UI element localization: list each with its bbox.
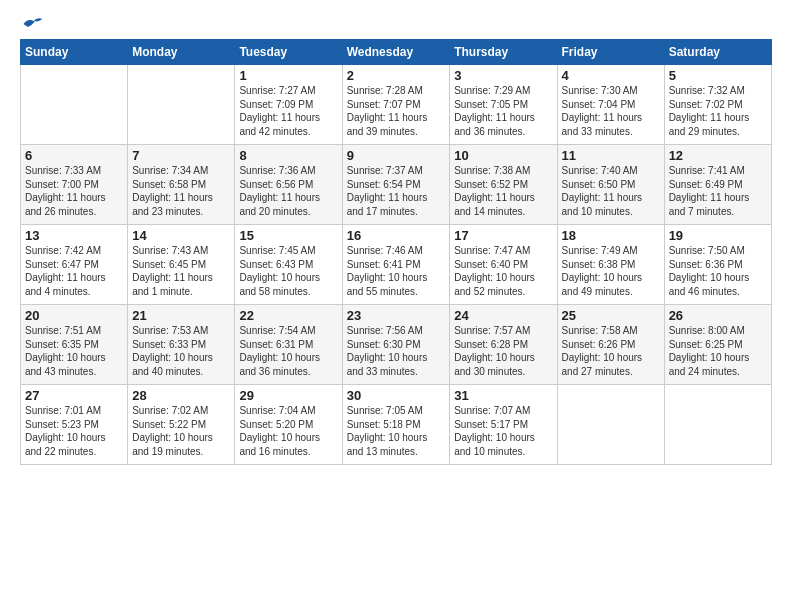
- calendar-cell: 2Sunrise: 7:28 AM Sunset: 7:07 PM Daylig…: [342, 65, 450, 145]
- week-row-2: 6Sunrise: 7:33 AM Sunset: 7:00 PM Daylig…: [21, 145, 772, 225]
- day-number: 18: [562, 228, 660, 243]
- day-info: Sunrise: 7:47 AM Sunset: 6:40 PM Dayligh…: [454, 244, 552, 298]
- day-number: 20: [25, 308, 123, 323]
- day-number: 24: [454, 308, 552, 323]
- day-info: Sunrise: 7:58 AM Sunset: 6:26 PM Dayligh…: [562, 324, 660, 378]
- calendar-cell: 17Sunrise: 7:47 AM Sunset: 6:40 PM Dayli…: [450, 225, 557, 305]
- logo-text: [20, 15, 44, 33]
- calendar-cell: 18Sunrise: 7:49 AM Sunset: 6:38 PM Dayli…: [557, 225, 664, 305]
- calendar-cell: 10Sunrise: 7:38 AM Sunset: 6:52 PM Dayli…: [450, 145, 557, 225]
- calendar-cell: 9Sunrise: 7:37 AM Sunset: 6:54 PM Daylig…: [342, 145, 450, 225]
- day-info: Sunrise: 7:36 AM Sunset: 6:56 PM Dayligh…: [239, 164, 337, 218]
- calendar-cell: 6Sunrise: 7:33 AM Sunset: 7:00 PM Daylig…: [21, 145, 128, 225]
- logo: [20, 15, 44, 29]
- calendar-cell: 19Sunrise: 7:50 AM Sunset: 6:36 PM Dayli…: [664, 225, 771, 305]
- calendar-cell: 1Sunrise: 7:27 AM Sunset: 7:09 PM Daylig…: [235, 65, 342, 145]
- calendar-cell: 22Sunrise: 7:54 AM Sunset: 6:31 PM Dayli…: [235, 305, 342, 385]
- day-number: 8: [239, 148, 337, 163]
- day-info: Sunrise: 7:57 AM Sunset: 6:28 PM Dayligh…: [454, 324, 552, 378]
- day-info: Sunrise: 8:00 AM Sunset: 6:25 PM Dayligh…: [669, 324, 767, 378]
- day-number: 17: [454, 228, 552, 243]
- week-row-3: 13Sunrise: 7:42 AM Sunset: 6:47 PM Dayli…: [21, 225, 772, 305]
- day-info: Sunrise: 7:04 AM Sunset: 5:20 PM Dayligh…: [239, 404, 337, 458]
- day-number: 25: [562, 308, 660, 323]
- day-info: Sunrise: 7:54 AM Sunset: 6:31 PM Dayligh…: [239, 324, 337, 378]
- calendar-cell: 24Sunrise: 7:57 AM Sunset: 6:28 PM Dayli…: [450, 305, 557, 385]
- day-number: 3: [454, 68, 552, 83]
- day-info: Sunrise: 7:46 AM Sunset: 6:41 PM Dayligh…: [347, 244, 446, 298]
- day-info: Sunrise: 7:28 AM Sunset: 7:07 PM Dayligh…: [347, 84, 446, 138]
- calendar-cell: [664, 385, 771, 465]
- day-number: 29: [239, 388, 337, 403]
- day-number: 12: [669, 148, 767, 163]
- weekday-header-friday: Friday: [557, 40, 664, 65]
- calendar-cell: 14Sunrise: 7:43 AM Sunset: 6:45 PM Dayli…: [128, 225, 235, 305]
- day-number: 14: [132, 228, 230, 243]
- calendar-cell: 13Sunrise: 7:42 AM Sunset: 6:47 PM Dayli…: [21, 225, 128, 305]
- calendar-cell: [21, 65, 128, 145]
- day-number: 13: [25, 228, 123, 243]
- weekday-header-saturday: Saturday: [664, 40, 771, 65]
- day-number: 9: [347, 148, 446, 163]
- calendar-cell: 4Sunrise: 7:30 AM Sunset: 7:04 PM Daylig…: [557, 65, 664, 145]
- weekday-header-monday: Monday: [128, 40, 235, 65]
- calendar-cell: 21Sunrise: 7:53 AM Sunset: 6:33 PM Dayli…: [128, 305, 235, 385]
- day-info: Sunrise: 7:02 AM Sunset: 5:22 PM Dayligh…: [132, 404, 230, 458]
- day-info: Sunrise: 7:43 AM Sunset: 6:45 PM Dayligh…: [132, 244, 230, 298]
- day-info: Sunrise: 7:50 AM Sunset: 6:36 PM Dayligh…: [669, 244, 767, 298]
- day-number: 7: [132, 148, 230, 163]
- calendar-cell: 15Sunrise: 7:45 AM Sunset: 6:43 PM Dayli…: [235, 225, 342, 305]
- day-info: Sunrise: 7:41 AM Sunset: 6:49 PM Dayligh…: [669, 164, 767, 218]
- calendar: SundayMondayTuesdayWednesdayThursdayFrid…: [20, 39, 772, 465]
- weekday-header-sunday: Sunday: [21, 40, 128, 65]
- day-info: Sunrise: 7:27 AM Sunset: 7:09 PM Dayligh…: [239, 84, 337, 138]
- calendar-cell: 11Sunrise: 7:40 AM Sunset: 6:50 PM Dayli…: [557, 145, 664, 225]
- day-info: Sunrise: 7:32 AM Sunset: 7:02 PM Dayligh…: [669, 84, 767, 138]
- calendar-cell: 16Sunrise: 7:46 AM Sunset: 6:41 PM Dayli…: [342, 225, 450, 305]
- calendar-cell: 20Sunrise: 7:51 AM Sunset: 6:35 PM Dayli…: [21, 305, 128, 385]
- day-number: 23: [347, 308, 446, 323]
- weekday-header-wednesday: Wednesday: [342, 40, 450, 65]
- day-info: Sunrise: 7:33 AM Sunset: 7:00 PM Dayligh…: [25, 164, 123, 218]
- day-info: Sunrise: 7:37 AM Sunset: 6:54 PM Dayligh…: [347, 164, 446, 218]
- day-number: 1: [239, 68, 337, 83]
- calendar-cell: 30Sunrise: 7:05 AM Sunset: 5:18 PM Dayli…: [342, 385, 450, 465]
- day-number: 16: [347, 228, 446, 243]
- day-info: Sunrise: 7:30 AM Sunset: 7:04 PM Dayligh…: [562, 84, 660, 138]
- day-info: Sunrise: 7:29 AM Sunset: 7:05 PM Dayligh…: [454, 84, 552, 138]
- day-info: Sunrise: 7:51 AM Sunset: 6:35 PM Dayligh…: [25, 324, 123, 378]
- week-row-5: 27Sunrise: 7:01 AM Sunset: 5:23 PM Dayli…: [21, 385, 772, 465]
- day-number: 22: [239, 308, 337, 323]
- weekday-header-tuesday: Tuesday: [235, 40, 342, 65]
- calendar-cell: 26Sunrise: 8:00 AM Sunset: 6:25 PM Dayli…: [664, 305, 771, 385]
- day-number: 27: [25, 388, 123, 403]
- calendar-cell: 7Sunrise: 7:34 AM Sunset: 6:58 PM Daylig…: [128, 145, 235, 225]
- day-number: 21: [132, 308, 230, 323]
- day-number: 11: [562, 148, 660, 163]
- day-info: Sunrise: 7:07 AM Sunset: 5:17 PM Dayligh…: [454, 404, 552, 458]
- calendar-cell: [557, 385, 664, 465]
- calendar-cell: 8Sunrise: 7:36 AM Sunset: 6:56 PM Daylig…: [235, 145, 342, 225]
- weekday-header-thursday: Thursday: [450, 40, 557, 65]
- day-number: 4: [562, 68, 660, 83]
- logo-bird-icon: [22, 15, 44, 33]
- calendar-cell: 28Sunrise: 7:02 AM Sunset: 5:22 PM Dayli…: [128, 385, 235, 465]
- day-info: Sunrise: 7:34 AM Sunset: 6:58 PM Dayligh…: [132, 164, 230, 218]
- day-info: Sunrise: 7:56 AM Sunset: 6:30 PM Dayligh…: [347, 324, 446, 378]
- day-number: 5: [669, 68, 767, 83]
- day-info: Sunrise: 7:53 AM Sunset: 6:33 PM Dayligh…: [132, 324, 230, 378]
- calendar-cell: 29Sunrise: 7:04 AM Sunset: 5:20 PM Dayli…: [235, 385, 342, 465]
- day-info: Sunrise: 7:40 AM Sunset: 6:50 PM Dayligh…: [562, 164, 660, 218]
- calendar-cell: 23Sunrise: 7:56 AM Sunset: 6:30 PM Dayli…: [342, 305, 450, 385]
- day-info: Sunrise: 7:45 AM Sunset: 6:43 PM Dayligh…: [239, 244, 337, 298]
- day-number: 28: [132, 388, 230, 403]
- day-number: 15: [239, 228, 337, 243]
- day-number: 6: [25, 148, 123, 163]
- calendar-cell: 12Sunrise: 7:41 AM Sunset: 6:49 PM Dayli…: [664, 145, 771, 225]
- calendar-cell: 31Sunrise: 7:07 AM Sunset: 5:17 PM Dayli…: [450, 385, 557, 465]
- day-info: Sunrise: 7:01 AM Sunset: 5:23 PM Dayligh…: [25, 404, 123, 458]
- day-number: 30: [347, 388, 446, 403]
- page: SundayMondayTuesdayWednesdayThursdayFrid…: [0, 0, 792, 612]
- day-info: Sunrise: 7:42 AM Sunset: 6:47 PM Dayligh…: [25, 244, 123, 298]
- day-info: Sunrise: 7:49 AM Sunset: 6:38 PM Dayligh…: [562, 244, 660, 298]
